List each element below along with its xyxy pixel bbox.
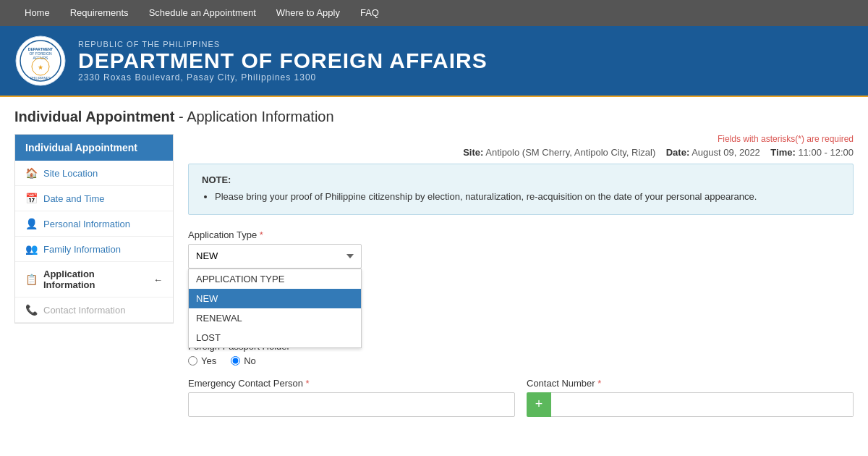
sidebar-item-personal-info[interactable]: 👤 Personal Information bbox=[15, 211, 173, 237]
site-value: Antipolo (SM Cherry, Antipolo City, Riza… bbox=[485, 147, 655, 158]
site-details: Site: Antipolo (SM Cherry, Antipolo City… bbox=[188, 147, 854, 158]
site-label: Site: bbox=[463, 147, 483, 158]
republic-label: REPUBLIC OF THE PHILIPPINES bbox=[78, 40, 488, 48]
top-navigation: Home Requirements Schedule an Appointmen… bbox=[0, 0, 868, 26]
active-arrow: ← bbox=[153, 274, 163, 285]
sidebar-item-site-location[interactable]: 🏠 Site Location bbox=[15, 161, 173, 186]
emergency-contact-input[interactable] bbox=[188, 392, 515, 417]
add-contact-button[interactable]: + bbox=[527, 392, 551, 417]
sidebar-label-family-info: Family Information bbox=[43, 244, 121, 255]
sidebar-item-contact-info: 📞 Contact Information bbox=[15, 297, 173, 323]
contact-number-input[interactable] bbox=[551, 392, 854, 417]
no-label: No bbox=[244, 355, 256, 366]
family-icon: 👥 bbox=[25, 243, 38, 255]
sidebar-label-application-info: Application Information bbox=[43, 269, 148, 290]
sidebar-item-application-info[interactable]: 📋 Application Information ← bbox=[15, 262, 173, 297]
svg-text:★: ★ bbox=[38, 64, 43, 71]
site-info-block: Fields with asterisks(*) are required Si… bbox=[188, 134, 854, 158]
note-box: NOTE: Please bring your proof of Philipp… bbox=[188, 164, 854, 215]
clipboard-icon: 📋 bbox=[25, 274, 38, 285]
date-value: August 09, 2022 bbox=[692, 147, 760, 158]
dropdown-option-new[interactable]: NEW bbox=[189, 289, 361, 308]
foreign-passport-radio-group: Yes No bbox=[188, 355, 854, 366]
application-type-dropdown-wrapper: APPLICATION TYPE NEW RENEWAL LOST APPLIC… bbox=[188, 244, 362, 269]
yes-label: Yes bbox=[201, 355, 216, 366]
site-header: DEPARTMENT OF FOREIGN AFFAIRS ★ PHILIPPI… bbox=[0, 26, 868, 96]
nav-faq[interactable]: FAQ bbox=[350, 0, 389, 26]
page-title-bar: Individual Appointment - Application Inf… bbox=[0, 97, 868, 134]
sidebar-label-date-time: Date and Time bbox=[43, 193, 105, 204]
page-title-sub: - Application Information bbox=[179, 109, 334, 124]
person-icon: 👤 bbox=[25, 218, 38, 229]
required-asterisk: * bbox=[260, 229, 263, 240]
emergency-contact-group: Emergency Contact Person * bbox=[188, 378, 515, 417]
radio-no-label[interactable]: No bbox=[231, 355, 256, 366]
dfa-seal: DEPARTMENT OF FOREIGN AFFAIRS ★ PHILIPPI… bbox=[14, 35, 67, 87]
application-type-label: Application Type * bbox=[188, 229, 854, 240]
contact-number-label: Contact Number * bbox=[527, 378, 854, 389]
time-value: 11:00 - 12:00 bbox=[798, 147, 854, 158]
required-asterisk-cn: * bbox=[597, 378, 601, 389]
note-list: Please bring your proof of Philippine ci… bbox=[215, 190, 840, 204]
emergency-contact-label: Emergency Contact Person * bbox=[188, 378, 515, 389]
radio-no[interactable] bbox=[231, 356, 240, 366]
contact-number-group: Contact Number * + bbox=[527, 378, 854, 417]
dropdown-option-type[interactable]: APPLICATION TYPE bbox=[189, 269, 361, 289]
radio-yes-label[interactable]: Yes bbox=[188, 355, 216, 366]
time-label: Time: bbox=[770, 147, 795, 158]
sidebar-item-family-info[interactable]: 👥 Family Information bbox=[15, 237, 173, 262]
nav-schedule[interactable]: Schedule an Appointment bbox=[139, 0, 266, 26]
svg-text:PHILIPPINES: PHILIPPINES bbox=[30, 77, 51, 80]
contact-row: Emergency Contact Person * Contact Numbe… bbox=[188, 378, 854, 428]
sidebar-label-site-location: Site Location bbox=[43, 168, 98, 179]
note-item-0: Please bring your proof of Philippine ci… bbox=[215, 190, 840, 204]
dept-address: 2330 Roxas Boulevard, Pasay City, Philip… bbox=[78, 72, 488, 83]
sidebar-item-date-time[interactable]: 📅 Date and Time bbox=[15, 186, 173, 211]
application-type-select[interactable]: APPLICATION TYPE NEW RENEWAL LOST bbox=[188, 244, 362, 269]
sidebar: Individual Appointment 🏠 Site Location 📅… bbox=[14, 134, 174, 324]
sidebar-label-contact-info: Contact Information bbox=[43, 305, 125, 316]
content-layout: Individual Appointment 🏠 Site Location 📅… bbox=[0, 134, 868, 443]
main-content: Fields with asterisks(*) are required Si… bbox=[188, 134, 854, 428]
radio-yes[interactable] bbox=[188, 356, 197, 366]
sidebar-header: Individual Appointment bbox=[15, 135, 173, 161]
contact-number-wrapper: + bbox=[527, 392, 854, 417]
nav-home[interactable]: Home bbox=[14, 0, 60, 26]
date-label: Date: bbox=[666, 147, 690, 158]
nav-requirements[interactable]: Requirements bbox=[60, 0, 139, 26]
dept-name: DEPARTMENT OF FOREIGN AFFAIRS bbox=[78, 48, 488, 72]
dropdown-option-lost[interactable]: LOST bbox=[189, 328, 361, 347]
page-title-main: Individual Appointment bbox=[14, 109, 174, 124]
dropdown-open: APPLICATION TYPE NEW RENEWAL LOST bbox=[188, 269, 362, 348]
required-note: Fields with asterisks(*) are required bbox=[188, 134, 854, 144]
home-icon: 🏠 bbox=[25, 167, 38, 179]
sidebar-label-personal-info: Personal Information bbox=[43, 219, 130, 229]
calendar-icon: 📅 bbox=[25, 193, 38, 204]
nav-where-to-apply[interactable]: Where to Apply bbox=[266, 0, 350, 26]
application-type-group: Application Type * APPLICATION TYPE NEW … bbox=[188, 229, 854, 269]
note-title: NOTE: bbox=[202, 174, 840, 185]
phone-icon: 📞 bbox=[25, 304, 38, 316]
header-text-block: REPUBLIC OF THE PHILIPPINES DEPARTMENT O… bbox=[78, 40, 488, 83]
required-asterisk-ec: * bbox=[306, 378, 310, 389]
dropdown-option-renewal[interactable]: RENEWAL bbox=[189, 308, 361, 328]
